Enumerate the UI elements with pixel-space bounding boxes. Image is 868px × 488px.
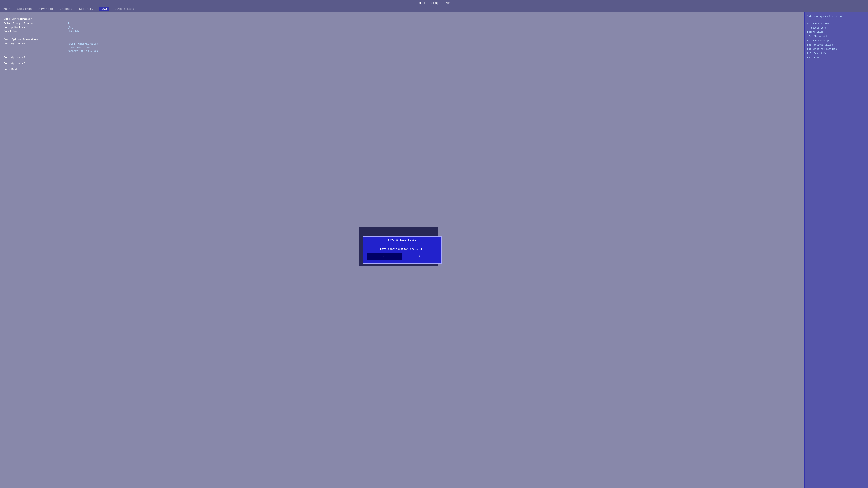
setting-boot-option-3[interactable]: Boot Option #3 xyxy=(4,62,800,65)
setting-quiet-boot[interactable]: Quiet Boot [Disabled] xyxy=(4,30,800,33)
setting-boot-option-1[interactable]: Boot Option #1 [UEFI: General UDisk5.00,… xyxy=(4,42,800,53)
setting-setup-prompt-timeout[interactable]: Setup Prompt Timeout 1 xyxy=(4,22,800,25)
label-quiet-boot: Quiet Boot xyxy=(4,30,68,33)
setting-boot-option-2[interactable]: Boot Option #2 xyxy=(4,56,800,59)
setting-numlock-state[interactable]: Bootup NumLock State [On] xyxy=(4,26,800,29)
modal-buttons: Yes No xyxy=(367,253,437,260)
value-boot-option-1: [UEFI: General UDisk5.00, Partition 1(Ge… xyxy=(68,42,100,53)
help-text: Sets the system boot order xyxy=(807,15,865,18)
key-hint: F3: Previous Values xyxy=(807,43,865,47)
key-hint: →: Select Screen xyxy=(807,22,865,26)
key-hint: F9: Optimized Defaults xyxy=(807,47,865,52)
label-fast-boot: Fast Boot xyxy=(4,68,68,70)
modal-title: Save & Exit Setup xyxy=(363,237,441,243)
right-panel: Sets the system boot order →: Select Scr… xyxy=(804,12,868,488)
left-panel: Boot Configuration Setup Prompt Timeout … xyxy=(0,12,804,488)
label-boot-option-1: Boot Option #1 xyxy=(4,42,68,45)
value-numlock-state: [On] xyxy=(68,26,73,29)
key-hint: Enter: Select xyxy=(807,30,865,34)
key-hints: →: Select Screen↓: Select ItemEnter: Sel… xyxy=(807,22,865,60)
key-hint: F10: Save & Exit xyxy=(807,52,865,56)
nav-item-settings[interactable]: Settings xyxy=(16,7,33,11)
nav-bar: MainSettingsAdvancedChipsetSecurityBootS… xyxy=(0,6,868,12)
label-boot-option-2: Boot Option #2 xyxy=(4,56,68,59)
nav-item-advanced[interactable]: Advanced xyxy=(37,7,55,11)
value-quiet-boot: [Disabled] xyxy=(68,30,83,33)
nav-item-save-and-exit[interactable]: Save & Exit xyxy=(113,7,136,11)
modal-no-button[interactable]: No xyxy=(402,253,437,260)
key-hint: ESC: Exit xyxy=(807,56,865,60)
value-setup-prompt-timeout: 1 xyxy=(68,22,69,25)
key-hint: F1: General Help xyxy=(807,39,865,43)
nav-item-security[interactable]: Security xyxy=(78,7,95,11)
label-boot-option-3: Boot Option #3 xyxy=(4,62,68,65)
modal-body: Save configuration and exit? Yes No xyxy=(363,243,441,263)
modal-yes-button[interactable]: Yes xyxy=(367,253,402,260)
title-bar: Aptio Setup – AMI xyxy=(0,0,868,6)
nav-item-chipset[interactable]: Chipset xyxy=(58,7,74,11)
title-text: Aptio Setup – AMI xyxy=(415,1,453,5)
setting-fast-boot[interactable]: Fast Boot xyxy=(4,68,800,70)
modal-overlay: Save & Exit Setup Save configuration and… xyxy=(0,12,804,488)
nav-item-boot[interactable]: Boot xyxy=(99,7,110,11)
key-hint: +/-: Change Opt. xyxy=(807,34,865,39)
main-content: Boot Configuration Setup Prompt Timeout … xyxy=(0,12,868,488)
modal-dialog: Save & Exit Setup Save configuration and… xyxy=(363,237,441,264)
section-boot-priorities: Boot Option Priorities xyxy=(4,38,800,41)
section-boot-config: Boot Configuration xyxy=(4,18,800,21)
nav-item-main[interactable]: Main xyxy=(2,7,12,11)
key-hint: ↓: Select Item xyxy=(807,26,865,30)
label-numlock-state: Bootup NumLock State xyxy=(4,26,68,29)
label-setup-prompt-timeout: Setup Prompt Timeout xyxy=(4,22,68,25)
